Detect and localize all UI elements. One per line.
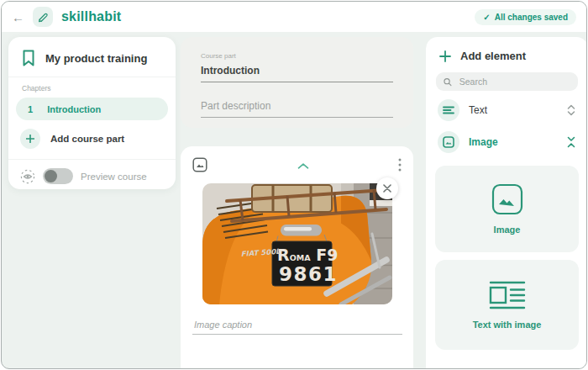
chapters-label: Chapters xyxy=(8,77,176,98)
search-icon xyxy=(444,77,452,87)
add-element-header: Add element xyxy=(435,48,579,72)
app-window: ← skillhabit ✓ All changes saved My prod… xyxy=(1,1,587,369)
expand-chevrons-icon[interactable] xyxy=(566,104,576,116)
preview-toggle[interactable] xyxy=(43,168,73,184)
add-element-title: Add element xyxy=(460,50,526,62)
element-label-text: Text xyxy=(469,104,557,116)
image-small-icon xyxy=(443,136,454,148)
image-caption-input[interactable] xyxy=(192,320,402,335)
save-status-text: All changes saved xyxy=(495,13,568,22)
element-card-text-with-image[interactable]: Text with image xyxy=(435,260,579,350)
course-part-field-label: Course part xyxy=(201,52,393,60)
collapse-block-button[interactable] xyxy=(207,157,398,172)
course-sidebar: My product training Chapters 1 Introduct… xyxy=(8,37,176,189)
text-with-image-card-icon xyxy=(489,280,526,310)
check-icon: ✓ xyxy=(483,13,490,22)
uploaded-image-wrapper: ROMA F9 9861 FIAT 500L xyxy=(202,183,392,304)
image-block-type-icon xyxy=(192,157,207,172)
chapter-number: 1 xyxy=(28,104,33,114)
text-with-image-card-label: Text with image xyxy=(473,320,542,330)
uploaded-image-fiat500: ROMA F9 9861 FIAT 500L xyxy=(202,183,392,304)
plus-circle xyxy=(20,129,40,149)
course-header: My product training xyxy=(8,37,176,77)
image-card-label: Image xyxy=(494,225,521,235)
collapse-chevrons-icon[interactable] xyxy=(566,136,576,148)
add-course-part-label: Add course part xyxy=(50,134,124,144)
remove-image-button[interactable] xyxy=(376,177,398,199)
close-icon xyxy=(383,184,391,193)
add-element-panel: Add element Text xyxy=(426,37,587,369)
preview-course-row: Preview course xyxy=(8,160,176,193)
course-title: My product training xyxy=(45,52,147,65)
element-search xyxy=(436,72,578,91)
element-row-text[interactable]: Text xyxy=(435,98,579,123)
course-part-card: Course part xyxy=(181,37,413,128)
add-course-part-button[interactable]: Add course part xyxy=(8,120,176,160)
edit-title-button[interactable] xyxy=(33,7,53,27)
course-part-input[interactable] xyxy=(201,65,393,82)
element-row-image[interactable]: Image xyxy=(435,130,579,155)
image-block-header xyxy=(192,156,402,173)
topbar: ← skillhabit ✓ All changes saved xyxy=(2,2,586,32)
text-lines-icon xyxy=(443,104,454,116)
image-block-card: ROMA F9 9861 FIAT 500L xyxy=(181,146,413,369)
brand-title: skillhabit xyxy=(61,9,121,24)
plate-text-f9: F9 xyxy=(310,246,338,264)
element-card-image[interactable]: Image xyxy=(435,166,579,252)
preview-eye-icon xyxy=(20,169,35,184)
chapter-name: Introduction xyxy=(47,104,101,114)
bookmark-icon xyxy=(22,50,35,66)
pencil-icon xyxy=(38,12,49,23)
back-arrow-icon[interactable]: ← xyxy=(12,11,24,24)
part-description-input[interactable] xyxy=(201,100,393,118)
image-card-icon xyxy=(491,183,523,215)
image-icon-circle xyxy=(438,131,459,153)
kebab-menu-icon[interactable] xyxy=(398,158,402,172)
toggle-knob xyxy=(45,170,57,182)
text-icon-circle xyxy=(438,99,459,121)
plate-text-oma: OMA xyxy=(289,253,311,262)
save-status-badge: ✓ All changes saved xyxy=(475,9,576,25)
sidebar-item-introduction[interactable]: 1 Introduction xyxy=(16,98,168,120)
plate-text-number: 9861 xyxy=(279,263,338,285)
preview-course-label: Preview course xyxy=(81,172,147,182)
plus-icon xyxy=(439,50,451,62)
search-input[interactable] xyxy=(458,76,570,87)
chevron-up-icon xyxy=(297,163,309,169)
element-label-image: Image xyxy=(469,136,557,148)
plus-icon xyxy=(26,135,34,143)
